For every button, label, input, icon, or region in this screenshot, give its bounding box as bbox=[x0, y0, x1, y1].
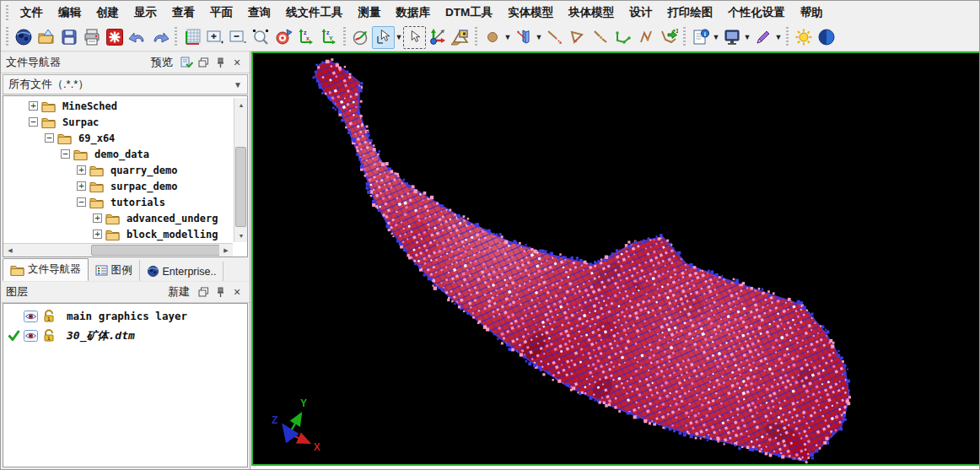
menu-item[interactable]: 测量 bbox=[351, 2, 389, 24]
menu-item[interactable]: 打印绘图 bbox=[660, 2, 720, 24]
save-icon[interactable] bbox=[57, 26, 80, 49]
break-segment-icon[interactable] bbox=[589, 26, 611, 49]
toolbar-grip[interactable] bbox=[475, 27, 477, 47]
menu-item[interactable]: 块体模型 bbox=[561, 2, 622, 24]
zoom-data-icon[interactable] bbox=[272, 26, 294, 49]
redo-icon[interactable] bbox=[148, 26, 171, 49]
menu-item[interactable]: 查看 bbox=[164, 2, 202, 24]
toolbar-grip[interactable] bbox=[175, 27, 177, 47]
section-plane-icon[interactable] bbox=[512, 26, 535, 49]
collapse-icon[interactable]: − bbox=[45, 133, 54, 143]
tree-item-advanced_underg[interactable]: +advanced_underg bbox=[3, 210, 233, 226]
dropdown-caret-icon[interactable]: ▼ bbox=[503, 33, 512, 41]
expand-icon[interactable]: + bbox=[77, 181, 86, 191]
new-layer-button[interactable]: 新建 bbox=[164, 283, 194, 301]
layer-unlock-icon[interactable]: 1 bbox=[43, 329, 55, 342]
tab-legend[interactable]: 图例 bbox=[89, 260, 140, 281]
scroll-left-icon[interactable]: ◀ bbox=[3, 244, 17, 257]
tree-item-69_x64[interactable]: −69_x64 bbox=[3, 130, 233, 146]
undo-icon[interactable] bbox=[126, 26, 148, 49]
report-icon[interactable]: i bbox=[689, 26, 712, 49]
dropdown-caret-icon[interactable]: ▼ bbox=[743, 33, 751, 41]
3d-model-view[interactable] bbox=[253, 53, 979, 464]
reverse-segment-icon[interactable] bbox=[634, 26, 657, 49]
menu-item[interactable]: 创建 bbox=[89, 2, 127, 24]
tree-item-tutorials[interactable]: −tutorials bbox=[3, 194, 233, 210]
menu-item[interactable]: 个性化设置 bbox=[720, 2, 793, 24]
tree-item-label[interactable]: 69_x64 bbox=[76, 132, 117, 145]
world-icon[interactable] bbox=[12, 26, 35, 49]
tree-item-label[interactable]: Surpac bbox=[60, 116, 101, 129]
menu-item[interactable]: 文件 bbox=[13, 2, 51, 24]
tree-horizontal-scrollbar[interactable]: ◀ ▶ bbox=[3, 243, 233, 257]
move-3d-icon[interactable] bbox=[426, 26, 449, 49]
tree-vertical-scrollbar[interactable]: ▲ ▼ bbox=[234, 98, 247, 242]
pin-icon[interactable] bbox=[213, 284, 228, 300]
tree-item-quarry_demo[interactable]: +quarry_demo bbox=[3, 162, 233, 178]
tree-item-label[interactable]: block_modelling bbox=[124, 228, 220, 241]
layer-active-check-icon[interactable] bbox=[6, 330, 21, 341]
preview-files-icon[interactable] bbox=[179, 55, 194, 70]
scroll-up-icon[interactable]: ▲ bbox=[234, 98, 248, 111]
append-point-icon[interactable]: +1 bbox=[657, 26, 680, 49]
tree-item-demo_data[interactable]: −demo_data bbox=[3, 146, 233, 162]
view-zx-icon[interactable]: zx bbox=[294, 26, 317, 49]
render-mode-icon[interactable] bbox=[815, 26, 837, 49]
vertical-scroll-thumb[interactable] bbox=[235, 147, 246, 227]
file-filter-dropdown[interactable]: 所有文件（.*.*） ▼ bbox=[3, 74, 248, 95]
zoom-out-icon[interactable] bbox=[226, 26, 249, 49]
scroll-down-icon[interactable]: ▼ bbox=[234, 229, 248, 242]
segment-edit-icon[interactable] bbox=[566, 26, 589, 49]
toolbar-grip[interactable] bbox=[6, 27, 8, 47]
float-window-icon[interactable] bbox=[196, 284, 211, 300]
collapse-icon[interactable]: − bbox=[61, 149, 70, 159]
toolbar-grip[interactable] bbox=[343, 27, 346, 47]
layer-unlock-icon[interactable]: 1 bbox=[43, 310, 55, 322]
layer-name[interactable]: main graphics layer bbox=[67, 310, 187, 322]
reset-graphics-icon[interactable] bbox=[103, 26, 126, 49]
pin-icon[interactable] bbox=[213, 55, 228, 70]
open-file-icon[interactable] bbox=[35, 26, 57, 49]
dropdown-caret-icon[interactable]: ▼ bbox=[395, 33, 403, 41]
tree-item-block_modelling[interactable]: +block_modelling bbox=[3, 226, 233, 242]
point-tool-icon[interactable] bbox=[481, 26, 503, 49]
segment-tool-icon[interactable] bbox=[543, 26, 566, 49]
menu-item[interactable]: DTM工具 bbox=[438, 2, 500, 24]
menu-item[interactable]: 设计 bbox=[622, 2, 660, 24]
dropdown-caret-icon[interactable]: ▼ bbox=[774, 33, 783, 41]
print-icon[interactable] bbox=[80, 26, 103, 49]
dropdown-caret-icon[interactable]: ▼ bbox=[712, 33, 720, 41]
tree-item-MineSched[interactable]: +MineSched bbox=[3, 98, 233, 114]
dropdown-caret-icon[interactable]: ▼ bbox=[535, 33, 543, 41]
preview-button[interactable]: 预览 bbox=[147, 53, 177, 72]
menu-item[interactable]: 线文件工具 bbox=[278, 2, 351, 24]
display-settings-icon[interactable] bbox=[720, 26, 743, 49]
tree-item-label[interactable]: advanced_underg bbox=[124, 212, 220, 225]
tree-item-label[interactable]: demo_data bbox=[92, 148, 152, 161]
join-segment-icon[interactable] bbox=[611, 26, 634, 49]
tree-item-label[interactable]: surpac_demo bbox=[108, 180, 180, 193]
expand-icon[interactable]: + bbox=[93, 230, 102, 239]
layer-row[interactable]: 130_矿体.dtm bbox=[3, 326, 247, 345]
zoom-all-icon[interactable] bbox=[180, 26, 203, 49]
menu-item[interactable]: 编辑 bbox=[51, 2, 89, 24]
menu-item[interactable]: 平面 bbox=[202, 2, 240, 24]
menu-item[interactable]: 帮助 bbox=[793, 2, 831, 24]
layer-name[interactable]: 30_矿体.dtm bbox=[67, 328, 135, 343]
layer-row[interactable]: 1main graphics layer bbox=[3, 306, 247, 326]
expand-icon[interactable]: + bbox=[93, 213, 102, 223]
tree-item-surpac_demo[interactable]: +surpac_demo bbox=[3, 178, 233, 194]
toolbar-grip[interactable] bbox=[786, 27, 789, 47]
float-window-icon[interactable] bbox=[196, 55, 211, 70]
expand-icon[interactable]: + bbox=[77, 165, 86, 175]
lighting-icon[interactable] bbox=[792, 26, 815, 49]
collapse-icon[interactable]: − bbox=[29, 117, 38, 127]
close-panel-icon[interactable]: × bbox=[229, 55, 245, 70]
layer-visibility-eye-icon[interactable] bbox=[24, 311, 38, 322]
tree-item-label[interactable]: tutorials bbox=[108, 196, 168, 209]
close-panel-icon[interactable]: × bbox=[229, 284, 245, 300]
expand-icon[interactable]: + bbox=[29, 101, 38, 111]
plane-mode-icon[interactable] bbox=[449, 26, 471, 49]
menu-item[interactable]: 显示 bbox=[127, 2, 164, 24]
zoom-in-icon[interactable] bbox=[203, 26, 226, 49]
